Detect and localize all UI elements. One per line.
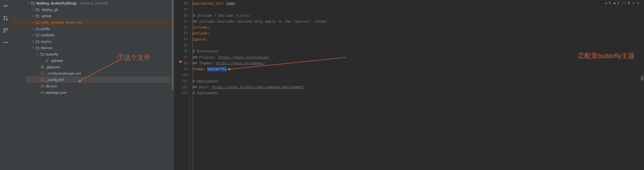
chevron-right-icon[interactable]: ▸ [31, 8, 35, 11]
line-number: 99 [174, 66, 188, 72]
tree-item[interactable]: ▾themes [11, 45, 174, 51]
project-root-bracket: [Blog] [66, 1, 76, 5]
left-tool-rail: ••• [0, 0, 11, 170]
tree-item-label: _config.yml [46, 78, 64, 82]
line-number: 93 [174, 31, 188, 36]
tree-item[interactable]: ▸.github [11, 13, 174, 19]
code-line[interactable]: # Include / Exclude file(s) [192, 13, 644, 19]
line-number: 94 [174, 37, 188, 43]
code-editor: ▲ 2 ▲ 1 ✓✓ 5 ∧ ∨ 88899091929394959697989… [174, 0, 644, 170]
line-number: 91 [174, 19, 188, 25]
code-line[interactable]: # Extensions [192, 48, 644, 54]
code-line[interactable]: ## Themes: https://hexo.io/themes/ [192, 60, 644, 66]
line-number: 96 [174, 48, 188, 54]
folder-icon [36, 27, 40, 31]
chevron-right-icon[interactable]: ▸ [31, 40, 35, 43]
commit-icon[interactable] [3, 3, 8, 9]
tree-item[interactable]: ▸public [11, 26, 174, 32]
line-number: 92 [174, 25, 188, 31]
code-area[interactable]: pagination_dir: page# Include / Exclude … [192, 0, 644, 170]
tree-item[interactable]: Y_config.yml [26, 77, 171, 83]
code-line[interactable]: theme: butterfly [192, 66, 644, 72]
chevron-right-icon[interactable]: ▸ [31, 34, 35, 37]
prev-highlight-icon[interactable]: ∧ [632, 1, 634, 5]
line-number: 90 [174, 13, 188, 19]
project-root-path: ~/MyBlog_Butterfly [78, 1, 108, 5]
folder-icon [36, 40, 40, 44]
editor-scrollbar-thumb[interactable] [641, 76, 643, 81]
tree-item[interactable]: package.json [11, 89, 174, 96]
code-line[interactable]: include: [192, 25, 644, 31]
library-root-badge: library root [65, 20, 82, 24]
structure-icon[interactable] [3, 28, 8, 33]
chevron-down-icon[interactable]: ▾ [27, 2, 31, 5]
line-number: 101 [174, 78, 188, 84]
tree-item-label: .github [41, 14, 52, 18]
json-icon [40, 84, 44, 88]
tree-item[interactable]: db.json [11, 83, 174, 89]
chevron-down-icon[interactable]: ▾ [31, 46, 35, 49]
text-icon [45, 59, 49, 63]
folder-icon [31, 2, 35, 5]
tree-item[interactable]: ▸.deploy_git [11, 6, 174, 13]
tree-item-label: .gitkeep [50, 59, 63, 63]
tree-item[interactable]: ▸node_moduleslibrary root [11, 19, 174, 26]
line-number: 102 [174, 84, 188, 90]
breakpoint-icon[interactable] [179, 60, 182, 63]
svg-rect-7 [6, 29, 8, 30]
annotation-1: ①这个文件 [118, 53, 150, 62]
code-line[interactable] [192, 7, 644, 13]
line-number: 95 [174, 43, 188, 48]
folder-icon [36, 46, 40, 50]
tree-item[interactable]: .gitignore [11, 64, 174, 70]
folder-icon [36, 8, 40, 12]
tree-item-label: db.json [46, 84, 57, 88]
code-line[interactable]: pagination_dir: page [192, 1, 644, 7]
svg-point-3 [4, 16, 5, 17]
chevron-right-icon[interactable]: ▸ [31, 21, 35, 24]
code-line[interactable]: ignore: [192, 37, 644, 43]
code-line[interactable]: ## Docs: https://hexo.io/docs/one-comman… [192, 84, 644, 90]
check-icon: ✓✓ [621, 1, 627, 5]
warning-count[interactable]: ▲ 1 [613, 1, 619, 5]
svg-point-4 [4, 19, 5, 20]
svg-rect-8 [4, 31, 5, 32]
code-line[interactable]: # Deployment [192, 78, 644, 84]
tree-scrollbar[interactable] [172, 0, 174, 170]
svg-rect-6 [4, 29, 5, 30]
more-icon[interactable]: ••• [3, 40, 8, 45]
line-number: 89 [174, 7, 188, 13]
line-number: 88 [174, 1, 188, 7]
folder-icon [40, 52, 44, 56]
svg-text:Y: Y [42, 72, 43, 75]
line-number: 100 [174, 73, 188, 78]
weak-warning-count[interactable]: ✓✓ 5 [621, 1, 630, 5]
svg-point-0 [5, 5, 6, 7]
tree-item[interactable]: ▸scaffolds [11, 32, 174, 38]
tree-item[interactable]: ▸source [11, 38, 174, 45]
code-line[interactable] [192, 43, 644, 48]
chevron-right-icon[interactable]: ▸ [31, 27, 35, 30]
code-line[interactable]: ## Plugins: https://hexo.io/plugins/ [192, 55, 644, 60]
code-line[interactable]: exclude: [192, 31, 644, 36]
warning-triangle-icon: ▲ [613, 1, 616, 5]
tree-item[interactable]: Y_config.landscape.yml [11, 70, 174, 77]
line-number: 103 [174, 90, 188, 96]
error-count[interactable]: ▲ 2 [604, 1, 611, 5]
yaml-icon: Y [40, 72, 44, 75]
json-icon [40, 91, 44, 94]
folder-orange-icon [36, 21, 40, 24]
chevron-right-icon[interactable]: ▸ [36, 53, 40, 56]
tree-item-label: package.json [46, 90, 66, 94]
project-root[interactable]: ▾ MyBlog_Butterfly [Blog] ~/MyBlog_Butte… [11, 0, 174, 6]
next-highlight-icon[interactable]: ∨ [637, 1, 639, 5]
tree-item-label: public [41, 27, 50, 31]
annotation-2: ②配置butterfly主题 [578, 52, 634, 60]
pull-requests-icon[interactable] [3, 16, 8, 21]
yaml-icon: Y [40, 78, 44, 82]
project-root-name: MyBlog_Butterfly [36, 1, 66, 5]
code-line[interactable]: # Deployment [192, 90, 644, 96]
code-line[interactable]: ## include:/exclude: options only apply … [192, 19, 644, 25]
code-line[interactable] [192, 73, 644, 78]
chevron-right-icon[interactable]: ▸ [31, 15, 35, 18]
